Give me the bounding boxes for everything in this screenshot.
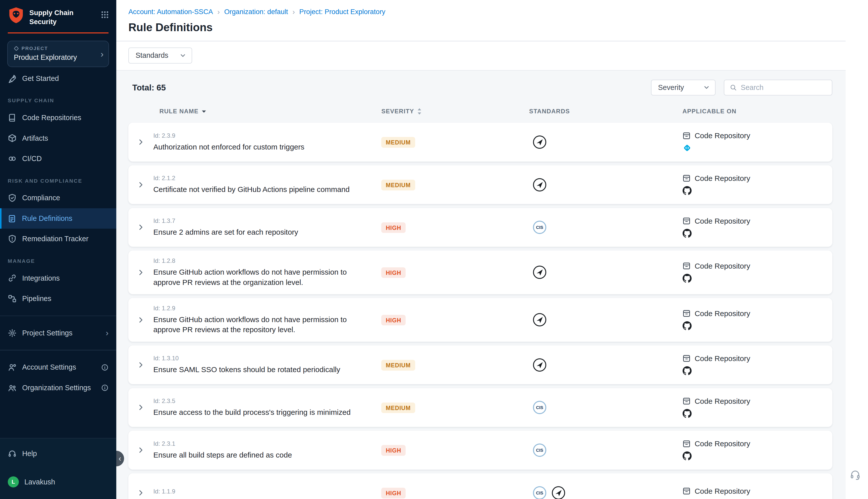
breadcrumb-organization[interactable]: Organization: default [224,8,288,16]
expand-row-chevron-icon[interactable] [137,446,145,454]
severity-badge: MEDIUM [381,360,415,370]
standards-filter-dropdown[interactable]: Standards [128,48,192,63]
sidebar-item-artifacts[interactable]: Artifacts [0,128,116,148]
sidebar-item-label: Help [22,450,37,458]
breadcrumb-project[interactable]: Project: Product Exploratory [299,8,385,16]
divider [0,316,116,316]
sidebar-item-integrations[interactable]: Integrations [0,268,116,289]
code-repository-icon [682,440,691,448]
github-icon [682,273,692,283]
standards-cell: CIS [529,443,677,457]
applicable-on-label: Code Repository [695,397,750,405]
table-row[interactable]: Id: 1.3.10 Ensure SAML SSO tokens should… [128,345,832,384]
breadcrumb-account[interactable]: Account: Automation-SSCA [128,8,213,16]
severity-badge: HIGH [381,315,406,325]
search-icon [730,84,737,92]
svg-text:CIS: CIS [536,448,543,453]
sidebar-item-account-settings[interactable]: Account Settings [0,357,116,378]
sidebar-item-code-repositories[interactable]: Code Repositories [0,108,116,128]
expand-row-chevron-icon[interactable] [137,316,145,324]
table-row[interactable]: Id: 2.3.1 Ensure all build steps are def… [128,431,832,469]
table-row[interactable]: Id: 1.2.8 Ensure GitHub action workflows… [128,251,832,294]
sidebar-bottom: Help L Lavakush [0,438,116,499]
sidebar-item-label: Account Settings [22,363,76,372]
rule-name: Ensure 2 admins are set for each reposit… [153,227,368,238]
sidebar-item-label: Compliance [22,194,60,202]
github-icon [682,366,692,375]
code-repository-icon [682,217,691,225]
rule-name: Ensure GitHub action workflows do not ha… [153,315,368,335]
table-header: RULE NAME SEVERITY STANDARDS [128,108,832,123]
applicable-on-label: Code Repository [695,174,750,183]
app-logo[interactable]: Supply Chain Security [0,0,116,30]
chevron-right-icon: › [218,8,220,16]
sidebar-item-label: Code Repositories [22,113,82,122]
cis-icon: CIS [532,220,547,234]
sidebar-item-remediation-tracker[interactable]: Remediation Tracker [0,229,116,249]
sidebar-item-help[interactable]: Help [0,443,116,464]
expand-row-chevron-icon[interactable] [137,403,145,411]
rule-name: Ensure GitHub action workflows do not ha… [153,267,368,288]
rule-name: Ensure SAML SSO tokens should be rotated… [153,365,368,375]
openssf-icon [551,486,566,499]
sidebar-item-label: Integrations [22,274,60,282]
apps-grid-icon[interactable] [101,11,109,21]
expand-row-chevron-icon[interactable] [137,138,145,146]
chevron-down-icon [704,84,709,90]
expand-row-chevron-icon[interactable] [137,223,145,231]
main-area: Account: Automation-SSCA › Organization:… [116,0,868,499]
provider-cell [682,451,832,461]
applicable-on-cell: Code Repository [677,480,832,499]
standards-cell: CIS [529,220,677,234]
page-title: Rule Definitions [116,16,846,41]
standards-cell: CIS [529,400,677,415]
code-repository-icon [682,309,691,318]
info-icon[interactable] [101,384,109,391]
user-menu[interactable]: L Lavakush [0,472,116,492]
expand-row-chevron-icon[interactable] [137,361,145,369]
sort-both-icon [417,108,422,115]
divider [0,350,116,350]
table-row[interactable]: Id: 2.3.5 Ensure access to the build pro… [128,388,832,427]
code-repository-icon [682,487,691,495]
table-row[interactable]: Id: 2.3.9 Authorization not enforced for… [128,123,832,161]
info-icon[interactable] [101,364,109,371]
column-header-applicable-on: APPLICABLE ON [677,108,832,115]
sidebar-item-rule-definitions[interactable]: Rule Definitions [0,208,116,229]
sidebar-item-pipelines[interactable]: Pipelines [0,289,116,309]
column-header-rule-name[interactable]: RULE NAME [153,108,381,115]
sidebar-item-project-settings[interactable]: Project Settings › [0,322,116,343]
sidebar-item-organization-settings[interactable]: Organization Settings [0,378,116,398]
project-icon [14,46,19,51]
section-supply-chain: SUPPLY CHAIN [0,89,116,108]
openssf-icon [532,313,547,327]
table-row[interactable]: Id: 2.1.2 Certificate not verified by Gi… [128,165,832,204]
applicable-on-cell: Code Repository [677,390,832,425]
help-headset-icon [8,449,16,458]
expand-row-chevron-icon[interactable] [137,489,145,497]
severity-filter-dropdown[interactable]: Severity [651,80,716,96]
table-row[interactable]: Id: 1.2.9 Ensure GitHub action workflows… [128,298,832,341]
table-row[interactable]: Id: 1.3.7 Ensure 2 admins are set for ea… [128,208,832,247]
search-input[interactable] [741,83,826,92]
rule-name: Ensure all build steps are defined as co… [153,450,368,460]
table-row[interactable]: Id: 1.1.9 HIGH CIS Code Repository [128,473,832,499]
column-header-severity[interactable]: SEVERITY [381,108,529,115]
expand-row-chevron-icon[interactable] [137,181,145,189]
rocket-icon [8,74,16,83]
sidebar-item-label: Remediation Tracker [22,235,88,243]
project-selector[interactable]: PROJECT Product Exploratory › [7,41,109,67]
applicable-on-cell: Code Repository [677,348,832,382]
section-risk-and-compliance: RISK AND COMPLIANCE [0,169,116,188]
rule-id: Id: 1.3.10 [153,355,368,362]
sidebar-item-cicd[interactable]: CI/CD [0,148,116,169]
openssf-icon [532,135,547,149]
content-area: Total: 65 Severity [116,71,846,499]
sidebar-item-get-started[interactable]: Get Started [0,68,116,89]
rule-id: Id: 1.2.9 [153,305,368,312]
support-headset-icon[interactable] [850,469,861,482]
severity-badge: MEDIUM [381,180,415,190]
openssf-icon [532,178,547,192]
expand-row-chevron-icon[interactable] [137,269,145,276]
sidebar-item-compliance[interactable]: Compliance [0,188,116,208]
